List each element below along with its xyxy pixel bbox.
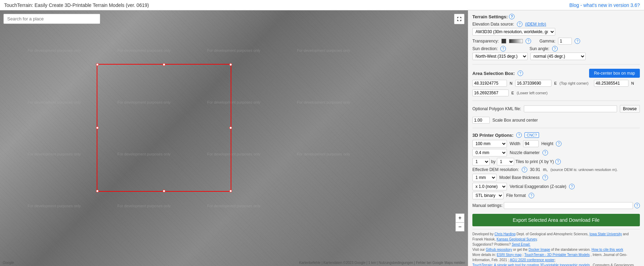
area-section-row: Area Selection Box: ? Re-center box on m… [472, 69, 640, 78]
base-thickness-help[interactable]: ? [542, 175, 548, 180]
z-scale-row: x 1.0 (none) Vertical Exaggeration (Z-sc… [472, 183, 640, 190]
docker-link[interactable]: Docker Image [529, 248, 550, 251]
dem-resolution-value: 30.91 [530, 167, 540, 172]
selection-box[interactable] [97, 64, 231, 192]
export-button[interactable]: Export Selected Area and Download File [472, 214, 640, 226]
gamma-help[interactable]: ? [575, 38, 580, 44]
sun-angle-help[interactable]: ? [552, 46, 558, 51]
handle-middle-left[interactable] [96, 126, 99, 129]
browse-button[interactable]: Browse [620, 105, 640, 113]
file-format-help[interactable]: ? [529, 193, 534, 198]
re-center-button[interactable]: Re-center box on map [589, 69, 640, 78]
tiles-help[interactable]: ? [555, 159, 561, 164]
dem-resolution-unit: m, [543, 167, 548, 172]
handle-top-left[interactable] [96, 63, 99, 66]
z-scale-help[interactable]: ? [569, 184, 575, 189]
handle-bottom-center[interactable] [163, 190, 165, 192]
area-selection-label: Area Selection Box: [472, 71, 515, 76]
sun-selects-row: North-West (315 degr.) normal (45 degr.) [472, 53, 640, 60]
manual-settings-row: Manual settings: ? [472, 202, 640, 209]
sun-direction-select[interactable]: North-West (315 degr.) [472, 53, 528, 60]
elevation-label: Elevation Data source: [472, 22, 514, 27]
header: TouchTerrain: Easily Create 3D-Printable… [0, 0, 644, 10]
width-select[interactable]: 100 mm [472, 140, 507, 148]
dem-resolution-label: Effective DEM resolution: [472, 167, 519, 172]
z-scale-select[interactable]: x 1.0 (none) [472, 183, 507, 190]
height-input[interactable] [523, 140, 539, 147]
idem-info-link[interactable]: (iDEM Info) [525, 22, 546, 27]
zoom-in-button[interactable]: + [455, 213, 464, 222]
cite-link[interactable]: How to cite this work [592, 248, 623, 251]
touchterrain-journal-link[interactable]: TouchTerrain - 3D Printable Terrain Mode… [524, 253, 589, 257]
top-right-n-input[interactable] [472, 80, 507, 87]
nozzle-help[interactable]: ? [542, 150, 548, 155]
printer-options-help[interactable]: ? [516, 132, 522, 138]
chris-harding-link[interactable]: Chris Harding [494, 232, 516, 236]
send-email-link[interactable]: Send Email: [512, 243, 530, 246]
handle-top-center[interactable] [163, 63, 165, 66]
file-format-label: File format [506, 193, 526, 198]
transparency-gamma-row: Transparency: ? Gamma: ? [472, 38, 640, 45]
nozzle-row: 0.4 mm Nozzle diameter ? [472, 149, 640, 156]
terrain-settings-title: Terrain Settings: ? [472, 14, 640, 19]
map-watermark: For development purposes only [297, 100, 350, 104]
area-selection-help[interactable]: ? [518, 70, 523, 76]
handle-bottom-left[interactable] [96, 190, 99, 192]
cnc-button[interactable]: CNC? [525, 132, 539, 138]
base-thickness-select[interactable]: 1 mm [472, 174, 497, 181]
blog-link[interactable]: Blog - what's new in version 3.6? [569, 2, 640, 8]
divider-1 [472, 64, 640, 65]
sun-direction-help[interactable]: ? [500, 46, 506, 51]
elevation-help[interactable]: ? [517, 21, 522, 27]
footer-line3: Visit our Github repository or get the D… [472, 247, 640, 252]
handle-top-right[interactable] [229, 63, 232, 66]
touchterrain-geosciences-link[interactable]: TouchTerrain: A simple web tool for crea… [472, 263, 590, 266]
kml-input[interactable] [524, 105, 617, 112]
divider-2 [472, 101, 640, 101]
gamma-input[interactable] [558, 38, 572, 45]
handle-bottom-right[interactable] [229, 190, 232, 192]
fullscreen-button[interactable] [454, 14, 464, 24]
manual-settings-help[interactable]: ? [634, 203, 640, 208]
iowa-state-link[interactable]: Iowa State University [589, 232, 622, 236]
manual-settings-input[interactable] [504, 202, 633, 209]
github-link[interactable]: Github repository [486, 248, 512, 251]
tiles-x-select[interactable]: 1 [472, 158, 490, 165]
bottom-left-n-input[interactable] [594, 80, 628, 87]
main-layout: For development purposes only For develo… [0, 10, 644, 266]
agu-poster-link[interactable]: AGU 2020 conference poster [510, 258, 555, 262]
transparency-label: Transparency: [472, 39, 499, 44]
esri-story-link[interactable]: ESRI Story map [497, 253, 522, 257]
map-watermark: For development purposes only [207, 204, 260, 208]
scale-box-label: Scale Box around center [492, 118, 538, 123]
scale-box-row: Scale Box around center [472, 117, 640, 124]
sun-angle-select[interactable]: normal (45 degr.) [530, 53, 586, 60]
base-thickness-label: Model Base thickness [499, 175, 540, 180]
dem-resolution-row: Effective DEM resolution: ? 30.91 m, (so… [472, 167, 640, 172]
handle-middle-right[interactable] [229, 126, 232, 129]
top-right-e-input[interactable] [515, 80, 551, 87]
e-label-2: E [511, 91, 514, 95]
zoom-out-button[interactable]: − [455, 222, 464, 231]
map-footer: Google Kartenbefehle | Kartendaten ©2023… [0, 261, 468, 265]
elevation-select[interactable]: AW3D30 (30m resolution, worldwide, good … [472, 28, 555, 36]
nozzle-select[interactable]: 0.4 mm [472, 149, 507, 156]
file-format-select[interactable]: STL binary [472, 192, 503, 199]
footer-info: Developed by Chris Harding Dept. of Geol… [472, 229, 640, 266]
bottom-left-e-input[interactable] [472, 89, 509, 96]
terrain-settings-help[interactable]: ? [509, 14, 515, 19]
dem-resolution-help[interactable]: ? [522, 167, 527, 172]
search-input[interactable] [3, 14, 100, 24]
transparency-bar [509, 39, 523, 43]
transparency-help[interactable]: ? [526, 38, 531, 44]
map-background: For development purposes only For develo… [0, 10, 468, 266]
scale-input[interactable] [472, 117, 490, 124]
height-help[interactable]: ? [556, 141, 561, 146]
map-watermark: For development purposes only [297, 48, 350, 53]
terrain-settings-label: Terrain Settings: [472, 14, 508, 19]
printer-options-label: 3D Printer Options: [472, 133, 513, 138]
tiles-y-select[interactable]: 1 [497, 158, 514, 165]
divider-3 [472, 128, 640, 128]
sun-row: Sun direction: ? Sun angle: ? [472, 46, 640, 51]
kansas-geo-link[interactable]: Kansas Geological Survey [497, 237, 537, 241]
